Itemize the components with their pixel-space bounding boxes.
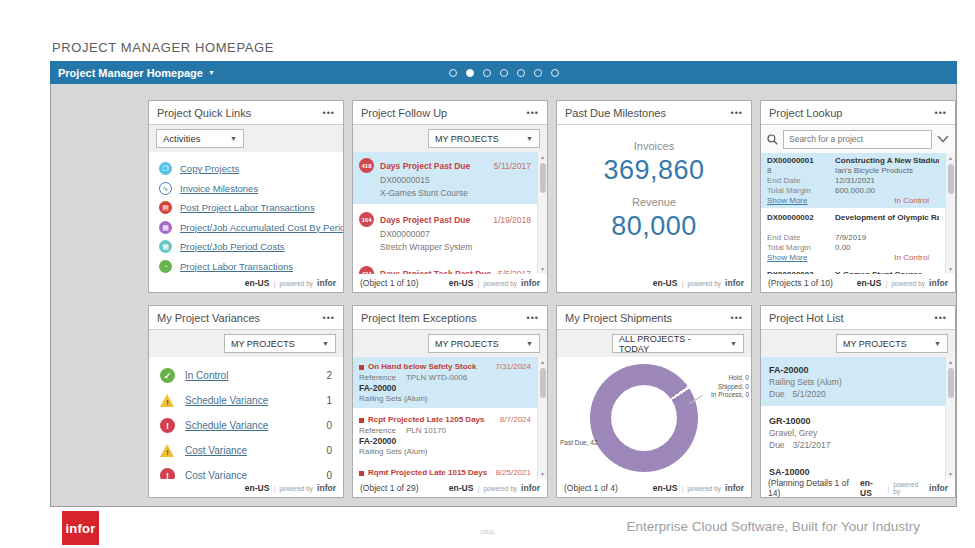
projects-filter-dropdown[interactable]: MY PROJECTS ▼ bbox=[836, 334, 948, 353]
hot-list-item[interactable]: GR-10000 Gravel, Grey Due3/21/2017 bbox=[761, 408, 945, 459]
variance-link[interactable]: Cost Variance bbox=[185, 470, 316, 479]
variance-link[interactable]: In Control bbox=[185, 370, 316, 381]
scroll-up-icon[interactable]: ▲ bbox=[538, 154, 547, 160]
scroll-thumb[interactable] bbox=[948, 368, 954, 398]
widget-menu-icon[interactable]: ••• bbox=[935, 108, 947, 118]
exception-item[interactable]: Rqmt Projected Late 1015 Days 8/25/2021 … bbox=[353, 463, 537, 479]
widget-menu-icon[interactable]: ••• bbox=[527, 108, 539, 118]
scroll-thumb[interactable] bbox=[948, 164, 954, 194]
projects-filter-dropdown[interactable]: MY PROJECTS ▼ bbox=[224, 334, 336, 353]
show-more-link[interactable]: Show More bbox=[767, 253, 831, 263]
scroll-thumb[interactable] bbox=[540, 368, 546, 398]
alert-dot-icon bbox=[359, 471, 364, 476]
days-past-due-badge: 164 bbox=[359, 212, 374, 227]
pagination-dot[interactable] bbox=[534, 69, 542, 77]
show-more-link[interactable]: Show More bbox=[767, 196, 831, 206]
quick-link[interactable]: Post Project Labor Transactions bbox=[180, 202, 315, 213]
accumulated-cost-icon: ▦ bbox=[159, 221, 172, 234]
hot-list-item[interactable]: SA-10000 Sand bbox=[761, 459, 945, 479]
invoices-value[interactable]: 369,860 bbox=[557, 155, 751, 186]
object-count: (Object 1 of 10) bbox=[360, 278, 419, 288]
widget-title: My Project Variances bbox=[157, 312, 260, 324]
widget-menu-icon[interactable]: ••• bbox=[731, 108, 743, 118]
pagination-dot[interactable] bbox=[466, 69, 474, 77]
widget-title: My Project Shipments bbox=[565, 312, 672, 324]
exception-item[interactable]: Rcpt Projected Late 1205 Days 8/7/2024 R… bbox=[353, 410, 537, 463]
exception-item[interactable]: On Hand below Safety Stock 7/31/2024 Ref… bbox=[353, 357, 537, 410]
widget-title: Past Due Milestones bbox=[565, 107, 666, 119]
powered-by: en-US|powered byinfor bbox=[245, 483, 336, 493]
project-lookup-row[interactable]: DX00000002Development of Olympic Racing … bbox=[761, 210, 945, 267]
object-count: (Projects 1 of 10) bbox=[768, 278, 833, 288]
alert-dot-icon bbox=[359, 365, 364, 370]
quick-link[interactable]: Project/Job Accumulated Cost By Period bbox=[180, 222, 343, 233]
footer-tagline: Enterprise Cloud Software, Built for You… bbox=[627, 519, 920, 534]
pagination-dot[interactable] bbox=[551, 69, 559, 77]
widget-project-lookup: Project Lookup ••• DX00000001Constructin… bbox=[760, 100, 956, 293]
widget-menu-icon[interactable]: ••• bbox=[935, 313, 947, 323]
scrollbar[interactable]: ▲ ▼ bbox=[537, 152, 547, 274]
quick-link[interactable]: Copy Projects bbox=[180, 163, 239, 174]
copy-icon: ❐ bbox=[159, 162, 172, 175]
project-search-input[interactable] bbox=[783, 130, 932, 149]
scrollbar[interactable]: ▲ ▼ bbox=[945, 153, 955, 274]
scrollbar[interactable]: ▲ ▼ bbox=[945, 357, 955, 479]
widget-title: Project Item Exceptions bbox=[361, 312, 477, 324]
pagination-dot[interactable] bbox=[483, 69, 491, 77]
homepage-title-caret-icon[interactable]: ▼ bbox=[208, 69, 215, 76]
revenue-value[interactable]: 80,000 bbox=[557, 211, 751, 242]
pagination-dot[interactable] bbox=[500, 69, 508, 77]
project-lookup-row[interactable]: DX00000001Constructing A New Stadium 8Ia… bbox=[761, 153, 945, 210]
scrollbar[interactable]: ▲ ▼ bbox=[537, 357, 547, 479]
donut-label-past-due: Past Due, 42 bbox=[560, 439, 598, 446]
chevron-down-icon[interactable] bbox=[937, 135, 949, 143]
widget-menu-icon[interactable]: ••• bbox=[527, 313, 539, 323]
hot-list-item[interactable]: FA-20000 Railing Sets (Alum) Due5/1/2020 bbox=[761, 357, 945, 408]
search-icon bbox=[767, 134, 778, 145]
widget-menu-icon[interactable]: ••• bbox=[323, 108, 335, 118]
powered-by: en-US|powered byinfor bbox=[449, 483, 540, 493]
widget-title: Project Quick Links bbox=[157, 107, 251, 119]
widget-menu-icon[interactable]: ••• bbox=[323, 313, 335, 323]
follow-up-item[interactable]: 164 Days Project Past Due 1/19/2018 DX00… bbox=[353, 206, 537, 260]
homepage-title[interactable]: Project Manager Homepage bbox=[58, 67, 203, 79]
app-header-bar: Project Manager Homepage ▼ bbox=[50, 61, 957, 84]
projects-filter-dropdown[interactable]: MY PROJECTS ▼ bbox=[428, 334, 540, 353]
quick-link[interactable]: Invoice Milestones bbox=[180, 183, 258, 194]
widget-my-project-variances: My Project Variances ••• MY PROJECTS ▼ ✓… bbox=[148, 305, 344, 498]
pagination-dot[interactable] bbox=[449, 69, 457, 77]
scroll-down-icon[interactable]: ▼ bbox=[946, 471, 955, 477]
follow-up-item[interactable]: 424 Days Project Task Past Due 5/5/2017 bbox=[353, 260, 537, 274]
quick-link-row: ◔ Project Labor Transactions bbox=[159, 257, 333, 275]
projects-filter-dropdown[interactable]: MY PROJECTS ▼ bbox=[428, 129, 540, 148]
projects-filter-dropdown[interactable]: ALL PROJECTS - TODAY ▼ bbox=[612, 334, 744, 353]
variance-row: ! Schedule Variance 0 bbox=[160, 413, 332, 438]
shipments-donut-chart[interactable] bbox=[590, 364, 698, 472]
scroll-down-icon[interactable]: ▼ bbox=[538, 471, 547, 477]
chevron-down-icon: ▼ bbox=[730, 340, 737, 347]
scroll-up-icon[interactable]: ▲ bbox=[538, 359, 547, 365]
widget-menu-icon[interactable]: ••• bbox=[731, 313, 743, 323]
quick-link[interactable]: Project/Job Period Costs bbox=[180, 241, 285, 252]
scroll-down-icon[interactable]: ▼ bbox=[538, 266, 547, 272]
alert-dot-icon bbox=[359, 418, 364, 423]
status-label: In Control bbox=[835, 253, 939, 263]
scroll-up-icon[interactable]: ▲ bbox=[946, 359, 955, 365]
follow-up-item[interactable]: 418 Days Project Past Due 5/11/2017 DX00… bbox=[353, 152, 537, 206]
chevron-down-icon: ▼ bbox=[322, 340, 329, 347]
scroll-thumb[interactable] bbox=[540, 163, 546, 193]
widget-project-item-exceptions: Project Item Exceptions ••• MY PROJECTS … bbox=[352, 305, 548, 498]
scroll-up-icon[interactable]: ▲ bbox=[946, 155, 955, 161]
project-lookup-row[interactable]: DX00000003X-Games Stunt Course 25Schwinn… bbox=[761, 267, 945, 274]
pagination-dot[interactable] bbox=[517, 69, 525, 77]
variance-link[interactable]: Schedule Variance bbox=[185, 395, 316, 406]
quick-link[interactable]: Project Labor Transactions bbox=[180, 261, 293, 272]
variance-row: ✓ In Control 2 bbox=[160, 363, 332, 388]
widget-title: Project Lookup bbox=[769, 107, 842, 119]
variance-link[interactable]: Cost Variance bbox=[185, 445, 316, 456]
variance-link[interactable]: Schedule Variance bbox=[185, 420, 316, 431]
scroll-down-icon[interactable]: ▼ bbox=[946, 266, 955, 272]
error-circle-icon: ! bbox=[160, 468, 175, 479]
powered-by: en-US|powered byinfor bbox=[860, 478, 948, 498]
activities-dropdown[interactable]: Activities ▼ bbox=[156, 129, 244, 148]
